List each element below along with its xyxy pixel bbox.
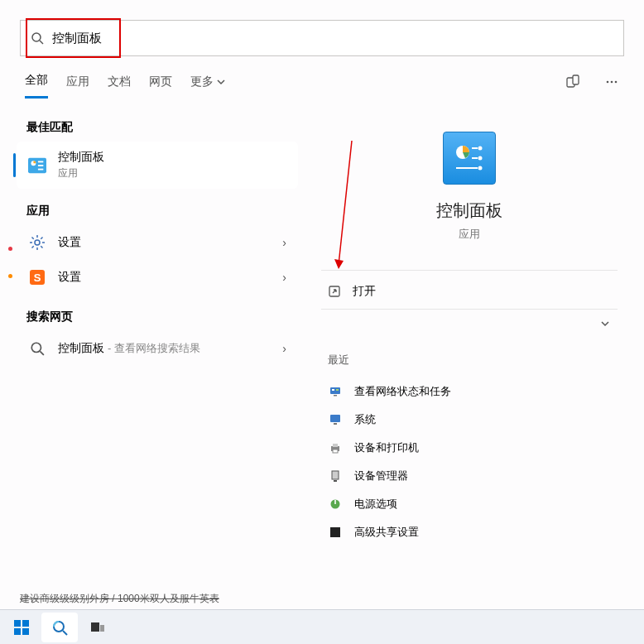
search-bar[interactable] xyxy=(20,20,624,56)
svg-rect-46 xyxy=(334,500,336,504)
svg-rect-50 xyxy=(14,620,21,627)
svg-point-29 xyxy=(478,166,483,171)
start-button[interactable] xyxy=(3,613,40,642)
svg-rect-38 xyxy=(330,415,340,422)
svg-rect-47 xyxy=(330,527,340,537)
printer-icon xyxy=(328,440,343,455)
svg-rect-53 xyxy=(22,628,29,635)
results-column: 最佳匹配 控制面板 应用 应用 设置 › S 设置 › 搜索 xyxy=(17,115,298,546)
svg-rect-42 xyxy=(333,449,338,453)
device-manager-icon xyxy=(328,469,343,483)
open-icon xyxy=(328,285,341,298)
svg-rect-7 xyxy=(28,157,46,172)
more-icon[interactable] xyxy=(604,74,619,98)
recent-system[interactable]: 系统 xyxy=(321,406,618,434)
recent-device-manager[interactable]: 设备管理器 xyxy=(321,462,618,490)
system-icon xyxy=(328,412,343,427)
result-control-panel[interactable]: 控制面板 应用 xyxy=(17,142,298,189)
tab-web[interactable]: 网页 xyxy=(149,74,172,98)
svg-point-6 xyxy=(615,80,618,83)
recent-label: 最近 xyxy=(321,338,618,377)
tabs-row: 全部 应用 文档 网页 更多 xyxy=(0,56,644,99)
detail-panel: 控制面板 应用 打开 最近 查看网络状态和任务 系统 设备和打印机 xyxy=(311,115,627,546)
svg-rect-34 xyxy=(330,387,340,394)
svg-rect-11 xyxy=(38,168,43,170)
recent-devices-printers[interactable]: 设备和打印机 xyxy=(321,434,618,462)
svg-point-28 xyxy=(478,156,483,161)
control-panel-icon xyxy=(28,156,46,175)
power-icon xyxy=(328,497,343,512)
svg-line-20 xyxy=(41,238,42,239)
svg-rect-9 xyxy=(38,161,43,162)
detail-sub: 应用 xyxy=(321,227,618,242)
taskbar-taskview-button[interactable] xyxy=(79,613,116,642)
svg-rect-44 xyxy=(334,480,337,482)
chevron-down-icon xyxy=(217,78,225,86)
taskbar-search-button[interactable] xyxy=(41,613,78,642)
recent-advanced-sharing[interactable]: 高级共享设置 xyxy=(321,518,618,546)
best-match-label: 最佳匹配 xyxy=(17,115,298,142)
expand-toggle[interactable] xyxy=(321,310,618,338)
gear-icon xyxy=(28,233,46,252)
svg-text:S: S xyxy=(34,272,41,284)
tab-apps[interactable]: 应用 xyxy=(66,74,89,98)
svg-line-1 xyxy=(40,41,43,44)
result-sub: 应用 xyxy=(58,166,286,180)
chevron-right-icon: › xyxy=(282,236,286,249)
svg-rect-35 xyxy=(332,389,334,391)
svg-rect-3 xyxy=(573,75,579,84)
svg-line-19 xyxy=(32,246,34,248)
svg-rect-57 xyxy=(100,625,104,632)
open-action[interactable]: 打开 xyxy=(321,274,618,310)
search-icon xyxy=(31,31,44,45)
sharing-icon xyxy=(328,525,343,540)
result-title: 控制面板 xyxy=(58,150,286,165)
svg-point-23 xyxy=(31,343,41,352)
svg-line-18 xyxy=(41,246,42,248)
control-panel-large-icon xyxy=(443,132,496,185)
chevron-right-icon: › xyxy=(282,271,286,284)
result-settings-1[interactable]: 设置 › xyxy=(17,225,298,260)
svg-point-4 xyxy=(607,80,609,83)
taskbar xyxy=(0,609,644,644)
svg-line-17 xyxy=(32,238,34,239)
svg-rect-39 xyxy=(334,423,337,425)
svg-rect-56 xyxy=(91,622,99,632)
result-settings-2[interactable]: S 设置 › xyxy=(17,260,298,295)
chevron-right-icon: › xyxy=(282,342,286,355)
recent-power-options[interactable]: 电源选项 xyxy=(321,490,618,518)
svg-rect-43 xyxy=(332,471,339,479)
svg-rect-51 xyxy=(22,620,29,627)
result-web-search[interactable]: 控制面板 - 查看网络搜索结果 › xyxy=(17,331,298,366)
background-truncated-text: 建设商级级级别外房 / 1000米双人及服牛英表 xyxy=(20,592,219,606)
svg-point-5 xyxy=(611,80,613,83)
tab-more[interactable]: 更多 xyxy=(190,74,225,98)
svg-rect-36 xyxy=(336,389,339,391)
svg-point-0 xyxy=(32,33,41,41)
svg-rect-37 xyxy=(334,395,337,396)
apps-label: 应用 xyxy=(17,199,298,225)
sogou-icon: S xyxy=(28,268,46,286)
svg-rect-41 xyxy=(333,444,338,447)
search-input[interactable] xyxy=(52,31,613,46)
svg-point-12 xyxy=(35,240,40,245)
phone-link-icon[interactable] xyxy=(565,74,581,99)
svg-rect-10 xyxy=(38,165,43,166)
svg-rect-52 xyxy=(14,628,21,635)
background-dots xyxy=(8,247,12,278)
svg-line-55 xyxy=(63,631,67,635)
detail-title: 控制面板 xyxy=(321,199,618,222)
recent-network-status[interactable]: 查看网络状态和任务 xyxy=(321,377,618,406)
tab-all[interactable]: 全部 xyxy=(25,73,48,99)
network-icon xyxy=(328,384,343,399)
search-icon xyxy=(28,339,46,358)
svg-line-24 xyxy=(40,351,44,355)
svg-point-27 xyxy=(478,147,483,151)
web-search-label: 搜索网页 xyxy=(17,305,298,331)
tab-docs[interactable]: 文档 xyxy=(108,74,131,98)
chevron-down-icon xyxy=(599,318,611,329)
